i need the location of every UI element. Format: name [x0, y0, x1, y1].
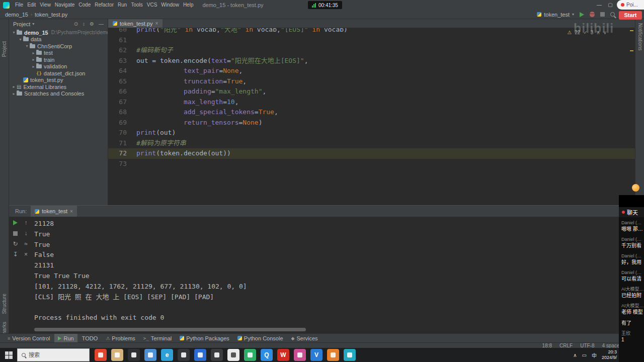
line-number[interactable]: 64 [108, 66, 133, 76]
minimize-button[interactable]: — [594, 0, 605, 10]
line-number[interactable]: 67 [108, 97, 133, 108]
code-editor[interactable]: 60print("阳光" in vocab,"大地" in vocab,"[EO… [108, 28, 635, 205]
toolwindow-python-packages[interactable]: Python Packages [176, 334, 233, 343]
tree-item-dataset_dict.json[interactable]: {}dataset_dict.json [9, 70, 108, 77]
stop-button[interactable] [600, 12, 605, 17]
prev-button[interactable]: ↑ [25, 220, 28, 226]
close-icon[interactable]: × [70, 209, 73, 214]
code-text[interactable]: max_length=10, [133, 97, 635, 108]
ime-indicator[interactable]: 中 [592, 351, 597, 359]
taskbar-app-9[interactable] [244, 349, 256, 361]
chevron-down-icon[interactable]: ▾ [11, 30, 17, 35]
menu-item-help[interactable]: Help [181, 0, 196, 10]
code-text[interactable]: truncation=True, [133, 76, 635, 87]
line-number[interactable]: 62 [108, 45, 133, 56]
line-number[interactable]: 71 [108, 138, 133, 149]
taskbar-app-6[interactable] [194, 349, 206, 361]
taskbar-app-5[interactable] [178, 349, 190, 361]
touch-keyboard-icon[interactable]: ▭ [582, 352, 587, 358]
breadcrumb-file[interactable]: token_test.py [35, 12, 67, 18]
code-text[interactable]: #解码为原字符串 [133, 138, 635, 149]
line-number[interactable]: 66 [108, 86, 133, 97]
menu-item-window[interactable]: Window [159, 0, 181, 10]
line-number[interactable]: 70 [108, 128, 133, 138]
toolwindow-problems[interactable]: ⚠Problems [102, 334, 139, 343]
tree-item-chnsenticorp[interactable]: ▾ChnSentiCorp [9, 43, 108, 50]
run-config-select[interactable]: token_test ▾ [537, 12, 574, 18]
stop-button[interactable] [13, 231, 18, 236]
menu-item-navigate[interactable]: Navigate [53, 0, 76, 10]
menu-item-code[interactable]: Code [76, 0, 93, 10]
tree-item-scratches-and-consoles[interactable]: ▸Scratches and Consoles [9, 90, 108, 98]
editor-tab[interactable]: token_test.py × [108, 19, 163, 28]
chevron-right-icon[interactable]: ▸ [31, 51, 36, 55]
line-number[interactable]: 63 [108, 56, 133, 66]
tree-item-train[interactable]: ▸train [9, 56, 108, 63]
menu-item-run[interactable]: Run [116, 0, 129, 10]
line-number[interactable]: 69 [108, 118, 133, 128]
chevron-right-icon[interactable]: ▸ [11, 92, 17, 96]
code-text[interactable]: padding="max_length", [133, 86, 635, 97]
taskbar-app-7[interactable] [211, 349, 223, 361]
settings-icon[interactable]: ⚙ [90, 21, 94, 27]
run-button[interactable] [580, 12, 584, 17]
locate-file-icon[interactable]: ⊙ [74, 21, 78, 27]
project-panel-title[interactable]: Project [13, 21, 30, 27]
taskbar-app-0[interactable] [95, 349, 107, 361]
horizontal-scrollbar[interactable] [34, 328, 306, 331]
close-icon[interactable]: × [155, 21, 158, 26]
toolwindow-terminal[interactable]: >_Terminal [140, 334, 175, 343]
floating-recorder-ball[interactable] [632, 184, 639, 192]
debug-button[interactable] [590, 12, 595, 17]
maximize-button[interactable]: ▢ [605, 0, 616, 10]
status-item-1[interactable]: CRLF [559, 343, 573, 348]
code-text[interactable]: print("阳光" in vocab,"大地" in vocab,"[EOS]… [133, 28, 635, 35]
line-number[interactable]: 73 [108, 159, 133, 169]
taskbar-app-12[interactable] [294, 349, 306, 361]
clock[interactable]: 20:3 2024/9/ [602, 349, 617, 360]
soft-wrap-button[interactable]: ≈ [24, 241, 28, 247]
toolwindow-run[interactable]: Run [54, 334, 77, 343]
code-text[interactable]: print(token.decode(out)) [133, 148, 635, 159]
run-tab[interactable]: token_test × [31, 206, 77, 217]
menu-item-vcs[interactable]: VCS [145, 0, 159, 10]
scroll-to-end-button[interactable]: ↧ [13, 251, 18, 257]
status-item-2[interactable]: UTF-8 [580, 343, 594, 348]
menu-item-edit[interactable]: Edit [25, 0, 38, 10]
hide-panel-icon[interactable]: — [99, 21, 104, 27]
line-number[interactable]: 65 [108, 76, 133, 87]
stripe-project-tab[interactable]: Project [2, 41, 7, 57]
toolwindow-python-console[interactable]: Python Console [234, 334, 287, 343]
chevron-right-icon[interactable]: ▸ [31, 57, 36, 62]
taskbar-app-10[interactable]: Q [261, 349, 273, 361]
chevron-down-icon[interactable]: ▾ [24, 44, 30, 48]
line-number[interactable]: 72 [108, 148, 133, 159]
tree-item-data[interactable]: ▾data [9, 36, 108, 43]
code-text[interactable]: #编码新句子 [133, 45, 635, 56]
taskbar-app-15[interactable] [344, 349, 356, 361]
tree-item-test[interactable]: ▸test [9, 50, 108, 57]
stripe-notifications-tab[interactable]: Notifications [637, 23, 643, 50]
taskbar-app-2[interactable] [128, 349, 140, 361]
line-number[interactable]: 68 [108, 107, 133, 118]
next-button[interactable]: ↓ [25, 230, 28, 236]
taskbar-app-14[interactable] [327, 349, 339, 361]
rerun-button[interactable] [13, 220, 18, 225]
menu-item-view[interactable]: View [38, 0, 53, 10]
status-item-0[interactable]: 18:8 [542, 343, 552, 348]
tree-item-demo_15[interactable]: ▾demo_15D:\PycharmProjects\demo_15 [9, 29, 108, 36]
code-text[interactable]: print(out) [133, 128, 635, 138]
taskbar-app-3[interactable] [144, 349, 156, 361]
recorder-start-button[interactable]: Start [619, 11, 642, 20]
line-number[interactable]: 60 [108, 28, 133, 35]
tray-chevron-icon[interactable]: ∧ [573, 352, 577, 358]
restore-layout-button[interactable]: ↻ [13, 241, 18, 247]
start-button[interactable] [0, 348, 17, 362]
taskbar-app-1[interactable] [111, 349, 123, 361]
code-text[interactable] [133, 159, 635, 169]
code-text[interactable]: add_special_tokens=True, [133, 107, 635, 118]
tree-item-external-libraries[interactable]: ▸▤External Libraries [9, 83, 108, 90]
chevron-down-icon[interactable]: ▾ [18, 37, 23, 42]
taskbar-app-4[interactable]: e [161, 349, 173, 361]
code-text[interactable]: text_pair=None, [133, 66, 635, 76]
